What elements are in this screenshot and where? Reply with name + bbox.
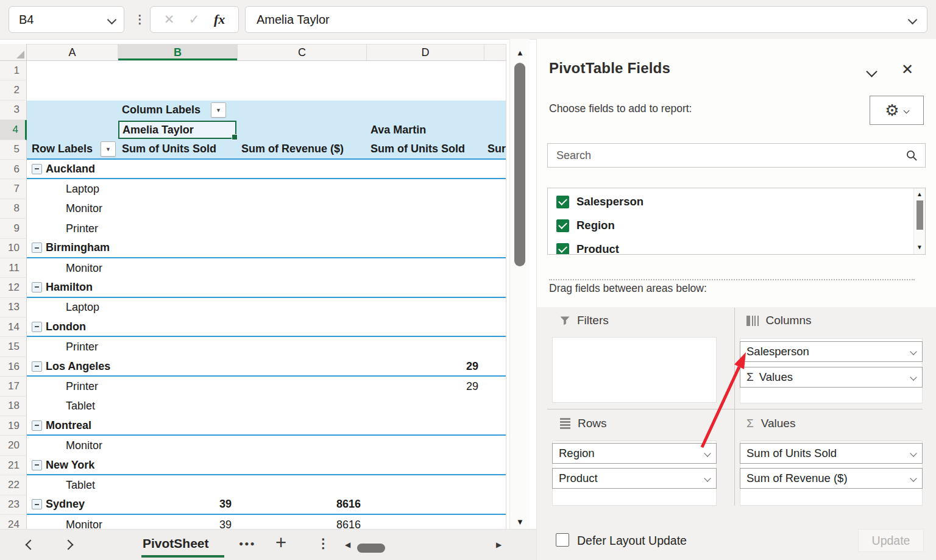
hscroll-right-icon[interactable]: ▶ <box>496 541 502 549</box>
rows-pill-region[interactable]: Region <box>552 443 717 464</box>
row-header[interactable]: 23 <box>0 495 27 515</box>
insert-function-icon[interactable]: fx <box>214 12 225 27</box>
pill-chevron-icon[interactable] <box>910 475 916 481</box>
empty-row-2[interactable] <box>27 80 506 100</box>
row-header[interactable]: 6 <box>0 160 27 179</box>
collapse-button[interactable] <box>32 164 42 174</box>
add-sheet-icon[interactable]: + <box>275 532 286 554</box>
row-header[interactable]: 19 <box>0 416 27 436</box>
sheet-options-icon[interactable]: ⋮ <box>317 536 330 551</box>
pill-chevron-icon[interactable] <box>910 348 916 355</box>
collapse-button[interactable] <box>32 460 42 470</box>
horizontal-scroll-thumb[interactable] <box>357 544 385 553</box>
field-list-item[interactable]: Region <box>556 218 925 233</box>
expand-formula-bar-icon[interactable] <box>908 15 918 24</box>
field-checkbox[interactable] <box>556 219 569 232</box>
row-header[interactable]: 4 <box>0 120 27 140</box>
column-header[interactable]: C <box>238 44 367 60</box>
field-list-scrollbar[interactable]: ▲ ▼ <box>913 188 925 254</box>
field-list-item[interactable]: Salesperson <box>556 194 925 209</box>
field-checkbox[interactable] <box>556 243 569 255</box>
cell-units-1[interactable]: 39 <box>118 498 238 511</box>
row-header[interactable]: 18 <box>0 397 27 416</box>
collapse-button[interactable] <box>32 420 42 431</box>
row-header[interactable]: 15 <box>0 337 27 356</box>
row-header[interactable]: 17 <box>0 377 27 396</box>
defer-layout-checkbox[interactable] <box>556 533 569 547</box>
field-checkbox[interactable] <box>556 196 569 208</box>
rows-pill-product[interactable]: Product <box>552 468 717 489</box>
row-header[interactable]: 8 <box>0 199 27 219</box>
collapse-button[interactable] <box>32 282 42 292</box>
values-pill-revenue[interactable]: Sum of Revenue ($) <box>740 468 923 489</box>
row-header[interactable]: 5 <box>0 140 27 160</box>
cell-units-2[interactable]: 29 <box>367 360 484 373</box>
row-header[interactable]: 12 <box>0 278 27 297</box>
name-box-chevron-icon[interactable] <box>107 15 117 24</box>
cell-units-1[interactable]: 39 <box>118 519 238 529</box>
columns-pill-salesperson[interactable]: Salesperson <box>740 341 923 362</box>
pill-chevron-icon[interactable] <box>704 450 711 456</box>
empty-row-1[interactable] <box>27 61 506 80</box>
value-header-b[interactable]: Sum of Units Sold <box>118 143 238 155</box>
row-header[interactable]: 21 <box>0 456 27 475</box>
select-all-corner[interactable] <box>0 44 27 61</box>
filters-drop-area[interactable] <box>552 337 717 403</box>
row-header[interactable]: 7 <box>0 179 27 199</box>
enter-check-icon[interactable]: ✓ <box>189 12 200 27</box>
cancel-icon[interactable]: ✕ <box>164 12 175 27</box>
search-input[interactable] <box>555 149 906 163</box>
fill-handle[interactable] <box>232 134 238 140</box>
row-header[interactable]: 13 <box>0 298 27 317</box>
pane-collapse-button[interactable] <box>868 67 876 78</box>
search-box[interactable] <box>547 143 926 168</box>
field-list-scroll-thumb[interactable] <box>916 200 923 230</box>
cell-revenue-1[interactable]: 8616 <box>238 498 367 511</box>
collapse-button[interactable] <box>32 361 42 372</box>
pill-chevron-icon[interactable] <box>910 374 916 380</box>
value-header-d[interactable]: Sum of Units Sold <box>367 143 484 155</box>
formula-input[interactable]: Amelia Taylor <box>245 6 927 33</box>
cell-D4[interactable]: Ava Martin <box>367 124 484 136</box>
row-header[interactable]: 3 <box>0 101 27 120</box>
scroll-down-icon[interactable]: ▼ <box>916 244 923 250</box>
values-pill-units[interactable]: Sum of Units Sold <box>740 443 923 464</box>
row-header[interactable]: 22 <box>0 475 27 495</box>
vertical-scroll-thumb[interactable] <box>514 63 525 266</box>
value-header-c[interactable]: Sum of Revenue ($) <box>238 143 367 155</box>
row-header[interactable]: 2 <box>0 80 27 100</box>
hscroll-left-icon[interactable]: ◀ <box>345 541 350 549</box>
name-box[interactable]: B4 <box>9 6 124 33</box>
cell-units-2[interactable]: 29 <box>367 380 484 393</box>
scroll-down-icon[interactable]: ▼ <box>516 518 524 526</box>
row-header[interactable]: 10 <box>0 239 27 258</box>
column-header[interactable]: A <box>27 44 118 60</box>
row-header[interactable]: 1 <box>0 61 27 80</box>
selected-cell-B4[interactable]: Amelia Taylor <box>118 121 236 139</box>
columns-pill-values[interactable]: Σ Values <box>740 367 923 388</box>
row-header[interactable]: 9 <box>0 219 27 238</box>
pill-chevron-icon[interactable] <box>704 475 711 481</box>
value-header-e[interactable]: Sur <box>484 143 506 155</box>
column-header[interactable]: B <box>118 44 238 60</box>
cell-revenue-1[interactable]: 8616 <box>238 519 367 529</box>
pane-close-icon[interactable]: ✕ <box>901 61 913 78</box>
row-header[interactable]: 16 <box>0 357 27 377</box>
pill-chevron-icon[interactable] <box>910 450 916 456</box>
next-sheet-icon[interactable] <box>63 540 74 550</box>
scroll-up-icon[interactable]: ▲ <box>516 49 524 57</box>
tools-button[interactable]: ⚙ <box>870 96 924 125</box>
field-list-item[interactable]: Product <box>556 242 925 255</box>
collapse-button[interactable] <box>32 499 42 509</box>
row-header[interactable]: 11 <box>0 258 27 278</box>
row-header[interactable]: 14 <box>0 317 27 337</box>
update-button[interactable]: Update <box>858 529 924 552</box>
more-sheets-icon[interactable]: ●●● <box>239 539 256 548</box>
sheet-tab[interactable]: PivotSheet <box>143 536 209 551</box>
row-header[interactable]: 24 <box>0 515 27 529</box>
column-header[interactable]: D <box>367 44 484 60</box>
column-labels-filter-button[interactable]: ▼ <box>211 102 226 118</box>
prev-sheet-icon[interactable] <box>26 540 36 550</box>
collapse-button[interactable] <box>32 322 42 332</box>
collapse-button[interactable] <box>32 243 42 253</box>
